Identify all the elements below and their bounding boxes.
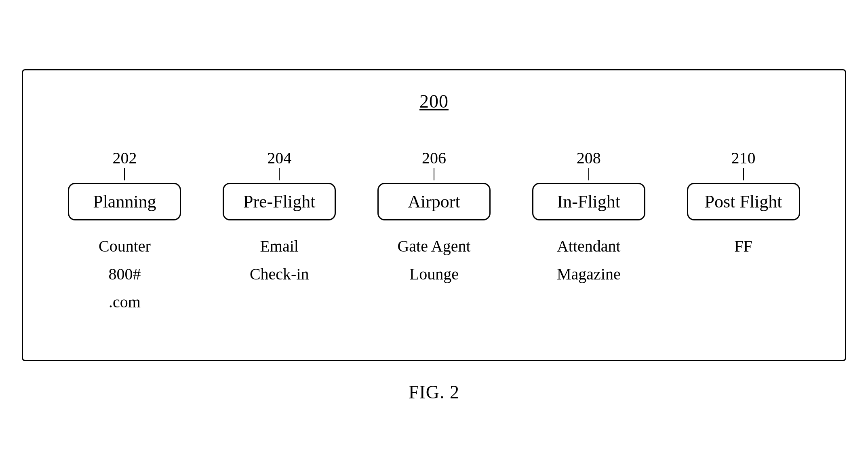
phase-box-4: Post Flight <box>687 183 800 220</box>
tick-line-0 <box>124 168 125 180</box>
ref-number-3: 208 <box>577 148 601 167</box>
phase-box-3: In-Flight <box>532 183 645 220</box>
column-0: 202PlanningCounter800#.com <box>47 148 202 311</box>
column-1: 204Pre-FlightEmailCheck-in <box>202 148 357 284</box>
boxes-row: 202PlanningCounter800#.com204Pre-FlightE… <box>47 148 821 311</box>
tick-line-4 <box>743 168 744 180</box>
phase-box-2: Airport <box>377 183 491 220</box>
tick-line-1 <box>279 168 280 180</box>
ref-number-0: 202 <box>112 148 137 167</box>
item-0-1: 800# <box>108 265 141 284</box>
item-4-0: FF <box>734 237 752 256</box>
ref-area-4: 210 <box>731 148 756 180</box>
figure-caption: FIG. 2 <box>409 381 459 403</box>
items-list-1: EmailCheck-in <box>250 237 309 284</box>
column-2: 206AirportGate AgentLounge <box>357 148 512 284</box>
diagram-title: 200 <box>419 91 449 112</box>
item-0-0: Counter <box>99 237 151 256</box>
column-3: 208In-FlightAttendantMagazine <box>511 148 666 284</box>
items-list-0: Counter800#.com <box>99 237 151 311</box>
item-1-1: Check-in <box>250 265 309 284</box>
phase-box-1: Pre-Flight <box>223 183 336 220</box>
tick-line-2 <box>434 168 434 180</box>
ref-number-4: 210 <box>731 148 756 167</box>
ref-area-2: 206 <box>422 148 446 180</box>
outer-box: 200 202PlanningCounter800#.com204Pre-Fli… <box>22 69 846 361</box>
ref-area-0: 202 <box>112 148 137 180</box>
item-3-0: Attendant <box>557 237 621 256</box>
tick-line-3 <box>588 168 589 180</box>
ref-area-3: 208 <box>577 148 601 180</box>
item-3-1: Magazine <box>557 265 621 284</box>
item-0-2: .com <box>109 292 141 311</box>
phase-box-0: Planning <box>68 183 181 220</box>
items-list-2: Gate AgentLounge <box>397 237 470 284</box>
ref-area-1: 204 <box>267 148 291 180</box>
ref-number-2: 206 <box>422 148 446 167</box>
page-wrapper: 200 202PlanningCounter800#.com204Pre-Fli… <box>0 69 868 403</box>
column-4: 210Post FlightFF <box>666 148 821 256</box>
item-2-0: Gate Agent <box>397 237 470 256</box>
items-list-4: FF <box>734 237 752 256</box>
item-2-1: Lounge <box>409 265 459 284</box>
ref-number-1: 204 <box>267 148 291 167</box>
items-list-3: AttendantMagazine <box>557 237 621 284</box>
item-1-0: Email <box>260 237 299 256</box>
